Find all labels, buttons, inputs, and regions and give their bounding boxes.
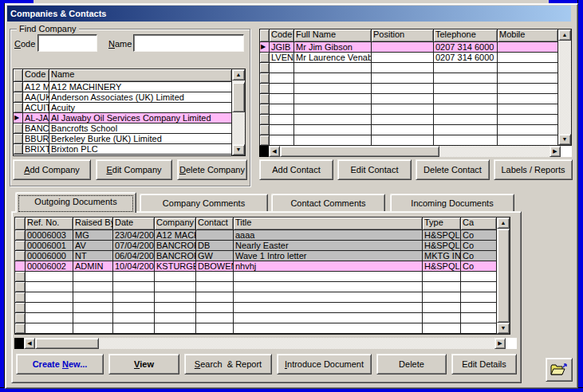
column-header[interactable]: Type [423,218,461,230]
grid-row[interactable] [260,125,557,135]
table-cell [498,125,557,135]
grid-row[interactable] [15,272,496,282]
tab-outgoing-documents[interactable]: Outgoing Documents [15,192,136,213]
column-header[interactable]: Title [234,218,423,230]
column-header[interactable]: Date [113,218,155,230]
grid-row[interactable] [260,104,557,115]
grid-row[interactable] [260,135,557,145]
table-cell: ADMIN [73,261,113,272]
add-company-button[interactable]: Add Company [13,159,91,180]
row-indicator-header [14,69,23,82]
edit-company-button[interactable]: Edit Company [96,159,172,180]
row-indicator [260,135,270,145]
grid-row[interactable]: LVENAMr Laurence Venables0207 314 6000 [260,53,557,63]
grid-row[interactable] [260,63,557,73]
grid-row[interactable] [260,73,557,84]
grid-row[interactable]: 00006000NT06/04/2004BANCROFTGWWave 1 Int… [15,251,496,261]
scroll-down-button[interactable]: ▼ [232,144,245,155]
add-contact-button[interactable]: Add Contact [259,159,333,180]
grid-row[interactable]: BRIXTBrixton PLC [14,144,231,155]
scroll-down-button[interactable]: ▼ [497,323,510,334]
scrollbar-thumb[interactable] [35,338,99,349]
open-folder-button[interactable] [546,358,573,382]
delete-contact-button[interactable]: Delete Contact [416,159,490,180]
column-header[interactable]: Mobile [498,29,557,42]
table-cell: Mr Laurence Venables [294,53,372,63]
table-cell [234,292,423,303]
grid-row[interactable] [15,292,496,303]
edit-contact-button[interactable]: Edit Contact [337,159,412,180]
contact-grid-vscrollbar[interactable]: ▲ ▼ [557,29,571,145]
name-input[interactable] [133,34,244,52]
grid-row[interactable]: A12 MA12 MACHINERY [14,82,231,92]
document-grid-hscrollbar[interactable]: ◀ ▶ [14,338,517,349]
grid-row[interactable]: AA(UKAnderson Associates (UK) Limited [14,92,231,103]
column-header[interactable]: Ca [461,218,496,230]
up-arrow-icon: ▲ [501,220,506,225]
scroll-up-button[interactable]: ▲ [232,69,245,80]
delete-company-button[interactable]: Delete Company [177,159,247,180]
scrollbar-track[interactable] [35,338,494,349]
scrollbar-track[interactable] [232,80,245,144]
table-cell [234,303,423,313]
scroll-up-button[interactable]: ▲ [497,218,510,229]
grid-row[interactable]: BBURKBerkeley Burke (UK) Limited [14,134,231,144]
scrollbar-thumb[interactable] [497,229,510,323]
column-header[interactable]: Full Name [294,29,372,42]
column-header[interactable]: Ref. No. [26,218,73,230]
tab-incoming-documents[interactable]: Incoming Documents [390,194,514,212]
scroll-left-button[interactable]: ◀ [24,338,35,349]
column-header[interactable]: Name [49,69,231,82]
grid-row[interactable]: 00006002ADMIN10/04/2004KSTURGEDBOWENnhvh… [15,261,496,272]
tab-contact-comments[interactable]: Contact Comments [271,194,385,212]
grid-row[interactable]: 00006003MG23/04/2004A12 MACHaaaaH&SPQLCo [15,230,496,241]
grid-row[interactable] [260,115,557,125]
table-cell: Mr Jim Gibson [294,42,372,53]
search-report-button[interactable]: Search & Report [184,354,272,374]
column-header[interactable]: Code [270,29,294,42]
delete-document-button[interactable]: Delete [376,354,447,374]
create-new-button[interactable]: Create New... [16,354,104,374]
row-indicator [14,82,23,92]
scrollbar-thumb[interactable] [232,82,245,112]
scroll-left-button[interactable]: ◀ [269,146,280,157]
introduce-document-button[interactable]: Introduce Document [277,354,372,374]
view-button[interactable]: View [108,354,179,374]
edit-details-button[interactable]: Edit Details [451,354,517,374]
scrollbar-track[interactable] [280,146,550,157]
scrollbar-track[interactable] [558,41,571,134]
scrollbar-track[interactable] [497,229,510,323]
labels-reports-button[interactable]: Labels / Reports [494,159,573,180]
table-cell: AA(UK [23,92,49,103]
grid-row[interactable] [15,282,496,292]
scroll-right-button[interactable]: ▶ [550,146,561,157]
contact-grid-hscrollbar[interactable]: ◀ ▶ [259,146,572,157]
column-header[interactable]: Position [372,29,434,42]
column-header[interactable]: Company [155,218,196,230]
table-cell: 07/04/2004 [113,241,155,251]
code-input[interactable] [37,34,97,52]
column-header[interactable]: Raised By [73,218,113,230]
grid-row[interactable] [15,313,496,323]
scroll-down-button[interactable]: ▼ [558,134,571,145]
grid-row[interactable]: BANCRBancrofts School [14,123,231,134]
column-header[interactable]: Code [23,69,49,82]
grid-row[interactable]: ▶AL-JAAl Jawaby Oil Services Company Lim… [14,113,231,123]
grid-row[interactable] [15,303,496,313]
table-cell [26,313,73,323]
scrollbar-thumb[interactable] [280,146,439,157]
grid-row[interactable] [15,323,496,334]
table-cell [434,94,498,104]
scroll-right-button[interactable]: ▶ [494,338,506,349]
column-header[interactable]: Telephone [434,29,498,42]
scroll-up-button[interactable]: ▲ [558,29,571,41]
document-grid-vscrollbar[interactable]: ▲ ▼ [496,218,510,334]
grid-row[interactable]: 00006001AV07/04/2004BANCROFTDBNearly Eas… [15,241,496,251]
grid-row[interactable]: ACUITAcuity [14,103,231,113]
tab-company-comments[interactable]: Company Comments [140,194,268,212]
grid-row[interactable]: ▶JGIBMr Jim Gibson0207 314 6000 [260,42,557,53]
grid-row[interactable] [260,94,557,104]
company-grid-vscrollbar[interactable]: ▲ ▼ [231,69,245,155]
column-header[interactable]: Contact [196,218,234,230]
grid-row[interactable] [260,84,557,94]
